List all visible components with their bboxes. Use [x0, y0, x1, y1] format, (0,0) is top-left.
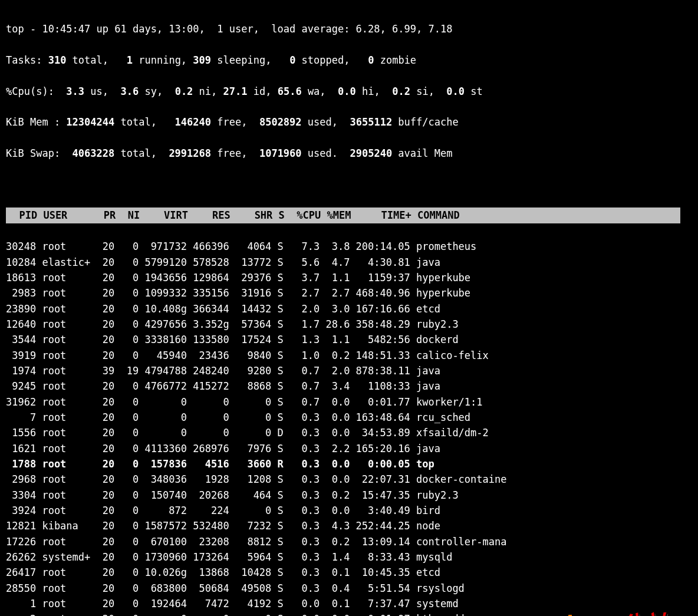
summary-uptime-line: top - 10:45:47 up 61 days, 13:00, 1 user… [6, 21, 680, 37]
process-row[interactable]: 1788 root 20 0 157836 4516 3660 R 0.3 0.… [6, 456, 680, 472]
process-row[interactable]: 9245 root 20 0 4766772 415272 8868 S 0.7… [6, 378, 680, 394]
summary-mem-line: KiB Mem : 12304244 total, 146240 free, 8… [6, 114, 680, 130]
process-row[interactable]: 26262 systemd+ 20 0 1730960 173264 5964 … [6, 549, 680, 565]
process-row[interactable]: 3544 root 20 0 3338160 133580 17524 S 1.… [6, 332, 680, 347]
process-row[interactable]: 17226 root 20 0 670100 23208 8812 S 0.3 … [6, 534, 680, 549]
process-row[interactable]: 3304 root 20 0 150740 20268 464 S 0.3 0.… [6, 487, 680, 503]
process-row[interactable]: 18613 root 20 0 1943656 129864 29376 S 3… [6, 270, 680, 285]
column-header-row[interactable]: PID USER PR NI VIRT RES SHR S %CPU %MEM … [6, 207, 680, 223]
process-row[interactable]: 3924 root 20 0 872 224 0 S 0.3 0.0 3:40.… [6, 503, 680, 518]
linuxidc-logo: Linux公社 www.Linuxidc.com [549, 575, 669, 616]
process-row[interactable]: 12821 kibana 20 0 1587572 532480 7232 S … [6, 518, 680, 533]
process-row[interactable]: 1556 root 20 0 0 0 0 D 0.3 0.0 34:53.89 … [6, 425, 680, 440]
process-row[interactable]: 7 root 20 0 0 0 0 S 0.3 0.0 163:48.64 rc… [6, 410, 680, 425]
process-row[interactable]: 23890 root 20 0 10.408g 366344 14432 S 2… [6, 301, 680, 317]
summary-swap-line: KiB Swap: 4063228 total, 2991268 free, 1… [6, 146, 680, 161]
summary-tasks-line: Tasks: 310 total, 1 running, 309 sleepin… [6, 52, 680, 68]
process-row[interactable]: 30248 root 20 0 971732 466396 4064 S 7.3… [6, 239, 680, 254]
process-row[interactable]: 10284 elastic+ 20 0 5799120 578528 13772… [6, 255, 680, 270]
process-row[interactable]: 3919 root 20 0 45940 23436 9840 S 1.0 0.… [6, 348, 680, 363]
process-row[interactable]: 31962 root 20 0 0 0 0 S 0.7 0.0 0:01.77 … [6, 394, 680, 410]
summary-cpu-line: %Cpu(s): 3.3 us, 3.6 sy, 0.2 ni, 27.1 id… [6, 84, 680, 99]
process-row[interactable]: 12640 root 20 0 4297656 3.352g 57364 S 1… [6, 317, 680, 332]
blank-line [6, 177, 680, 192]
process-row[interactable]: 2968 root 20 0 348036 1928 1208 S 0.3 0.… [6, 472, 680, 487]
process-list[interactable]: 30248 root 20 0 971732 466396 4064 S 7.3… [6, 239, 680, 616]
terminal-window[interactable]: top - 10:45:47 up 61 days, 13:00, 1 user… [0, 0, 686, 616]
process-row[interactable]: 2983 root 20 0 1099332 335156 31916 S 2.… [6, 285, 680, 301]
process-row[interactable]: 1974 root 39 19 4794788 248240 9280 S 0.… [6, 363, 680, 378]
process-row[interactable]: 1621 root 20 0 4113360 268976 7976 S 0.3… [6, 441, 680, 456]
